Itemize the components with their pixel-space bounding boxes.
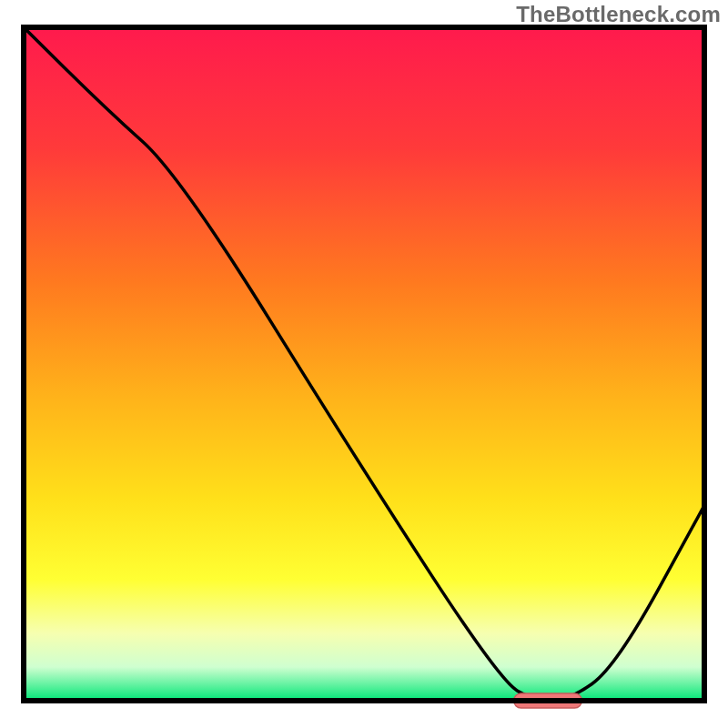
bottleneck-chart: [0, 0, 728, 728]
watermark-text: TheBottleneck.com: [516, 2, 721, 27]
chart-stage: TheBottleneck.com: [0, 0, 728, 728]
